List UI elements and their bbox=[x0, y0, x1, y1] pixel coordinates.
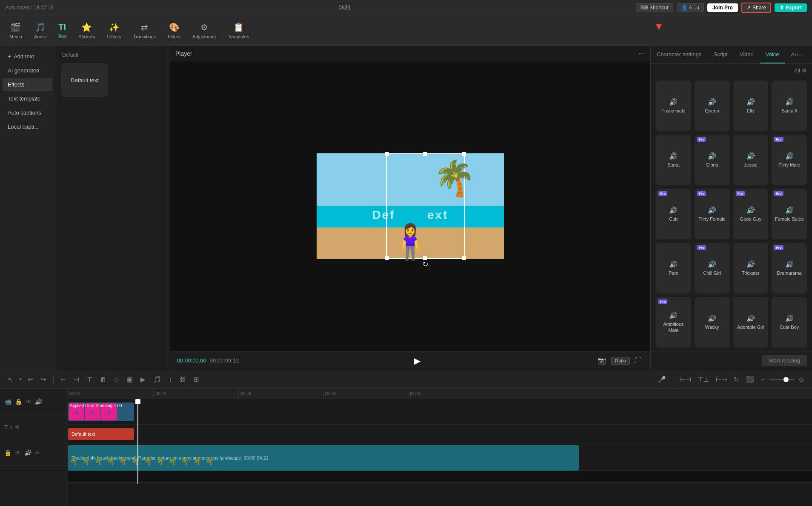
redo-button[interactable]: ↪ bbox=[38, 374, 49, 385]
local-captions-button[interactable]: Local capti... bbox=[3, 120, 52, 133]
voice-card-dramarama[interactable]: Pro🔊Dramarama bbox=[772, 243, 807, 293]
toolbar-templates[interactable]: 📋 Templates bbox=[222, 20, 255, 42]
zoom-out-button[interactable]: − bbox=[758, 374, 767, 385]
voice-card-ambitious-male[interactable]: Pro🔊Ambitious Male bbox=[656, 297, 691, 348]
bg-clip[interactable]: Thailand 4k beach background. Paradise n… bbox=[68, 445, 579, 471]
split-right-button[interactable]: ⊤ bbox=[84, 374, 95, 385]
tab-au[interactable]: Au... bbox=[785, 46, 809, 63]
fit-left-button[interactable]: ⊢⊣ bbox=[678, 374, 694, 385]
tab-character-settings[interactable]: Character settings bbox=[651, 46, 708, 63]
video-overlay-text: Def ext bbox=[372, 208, 448, 222]
ruler-mark-0: 00:00 bbox=[68, 389, 80, 399]
voice-card-queen[interactable]: 🔊Queen bbox=[695, 80, 730, 131]
voice-card-chill-girl[interactable]: Pro🔊Chill Girl bbox=[695, 243, 730, 293]
ruler-mark-4: |00:08 bbox=[409, 389, 422, 399]
shortcut-button[interactable]: ⌨ Shortcut bbox=[636, 3, 673, 12]
voice-card-female-sales[interactable]: Pro🔊Female Sales bbox=[772, 189, 807, 239]
voice-card-gloria[interactable]: Pro🔊Gloria bbox=[695, 135, 730, 185]
camera-icon[interactable]: 📹 bbox=[3, 397, 12, 406]
add-text-button[interactable]: + Add text bbox=[3, 49, 52, 63]
toolbar-media[interactable]: 🎬 Media bbox=[3, 20, 28, 42]
split-left-button[interactable]: ⊣ bbox=[71, 374, 82, 385]
arrow-button[interactable]: ↕ bbox=[166, 374, 175, 385]
zoom-reset-button[interactable]: ⊙ bbox=[796, 374, 807, 385]
loop-button[interactable]: ↻ bbox=[731, 374, 742, 385]
right-tools: ⊢⊣ ⊤⊥ ⊢⊣ ↻ ⬛ − ⊙ bbox=[678, 374, 807, 385]
video-clip[interactable]: Applied Dom-Standing 4 00 👗 👗 👗 bbox=[68, 402, 134, 421]
toolbar-filters[interactable]: 🎨 Filters bbox=[162, 20, 186, 42]
screenshot-button[interactable]: 📷 bbox=[596, 355, 608, 366]
voice-card-name-jessie: Jessie bbox=[744, 162, 757, 168]
audio-button[interactable]: 🎵 bbox=[151, 374, 164, 385]
start-reading-button[interactable]: Start reading bbox=[762, 355, 807, 366]
toolbar-effects[interactable]: ✨ Effects bbox=[101, 20, 127, 42]
bg-visibility-button[interactable]: 👁 bbox=[14, 448, 22, 457]
voice-card-flirty-female[interactable]: Pro🔊Flirty Female bbox=[695, 189, 730, 239]
toolbar-stickers[interactable]: ⭐ Stickers bbox=[72, 20, 101, 42]
text-clip[interactable]: Default text bbox=[68, 428, 134, 440]
tab-video[interactable]: Video bbox=[734, 46, 760, 63]
voice-card-cute-boy[interactable]: 🔊Cute Boy bbox=[772, 297, 807, 348]
default-text-card[interactable]: Default text bbox=[61, 63, 108, 97]
playhead[interactable] bbox=[137, 399, 138, 484]
play-button[interactable]: ▶ bbox=[138, 374, 148, 385]
tab-voice[interactable]: Voice bbox=[760, 46, 785, 63]
ai-generated-button[interactable]: AI generated bbox=[3, 64, 52, 77]
split-button[interactable]: ⊢ bbox=[58, 374, 69, 385]
fit-right-button[interactable]: ⊢⊣ bbox=[713, 374, 729, 385]
voice-card-pam[interactable]: 🔊Pam bbox=[656, 243, 691, 293]
voice-card-cub[interactable]: Pro🔊Cub bbox=[656, 189, 691, 239]
text-template-button[interactable]: Text template bbox=[3, 92, 52, 105]
join-pro-button[interactable]: Join Pro bbox=[707, 3, 738, 12]
visibility-button[interactable]: 👁 bbox=[25, 397, 32, 406]
filter-button[interactable]: All ⚙ bbox=[794, 67, 807, 74]
pro-badge: Pro bbox=[736, 191, 745, 196]
playhead-head[interactable] bbox=[135, 399, 140, 404]
share-button[interactable]: ↗ Share bbox=[741, 3, 771, 13]
bg-edit-button[interactable]: ✏ bbox=[34, 448, 41, 457]
rotate-handle[interactable]: ↻ bbox=[423, 260, 428, 268]
voice-card-santa-ii[interactable]: 🔊Santa II bbox=[772, 80, 807, 131]
export-button[interactable]: ⬆ Export bbox=[775, 3, 807, 12]
voice-card-trickster[interactable]: 🔊Trickster bbox=[733, 243, 769, 293]
toolbar-text[interactable]: TI Text bbox=[52, 20, 72, 41]
keyboard-icon: ⌨ bbox=[640, 5, 648, 11]
voice-card-fussy-male[interactable]: 🔊Fussy male bbox=[656, 80, 691, 131]
voice-card-good-guy[interactable]: Pro🔊Good Guy bbox=[733, 189, 769, 239]
toolbar-transitions[interactable]: ⇄ Transitions bbox=[127, 20, 162, 42]
effects-button[interactable]: Effects bbox=[3, 78, 52, 91]
tab-script[interactable]: Script bbox=[708, 46, 734, 63]
pro-badge: Pro bbox=[697, 191, 706, 196]
voice-card-santa[interactable]: 🔊Santa bbox=[656, 135, 691, 185]
fit-button[interactable]: ⊤⊥ bbox=[695, 374, 712, 385]
marker-button[interactable]: ◇ bbox=[112, 374, 122, 385]
auto-captions-button[interactable]: Auto captions bbox=[3, 106, 52, 119]
split-track-button[interactable]: ⬛ bbox=[743, 374, 757, 385]
thumbnail-button[interactable]: ⊞ bbox=[191, 374, 202, 385]
text-visibility-button[interactable]: 👁 bbox=[14, 423, 21, 431]
account-button[interactable]: 👤 A...u bbox=[677, 3, 704, 12]
bg-lock-button[interactable]: 🔒 bbox=[3, 448, 12, 457]
delete-button[interactable]: 🗑 bbox=[97, 374, 109, 385]
crop-button[interactable]: ▣ bbox=[124, 374, 135, 385]
bg-audio-button[interactable]: 🔊 bbox=[23, 448, 32, 457]
voice-card-adorable-girl[interactable]: 🔊Adorable Girl bbox=[733, 297, 769, 348]
voice-card-wacky[interactable]: 🔊Wacky bbox=[695, 297, 730, 348]
voice-card-jessie[interactable]: 🔊Jessie bbox=[733, 135, 769, 185]
fullscreen-button[interactable]: ⛶ bbox=[633, 355, 643, 366]
toolbar-adjustment[interactable]: ⚙ Adjustment bbox=[186, 20, 222, 42]
play-button[interactable]: ▶ bbox=[414, 356, 420, 366]
mic-button[interactable]: 🎤 bbox=[655, 374, 669, 385]
link-button[interactable]: ⛓ bbox=[177, 374, 189, 385]
audio-ctrl-button[interactable]: 🔊 bbox=[34, 397, 43, 406]
voice-card-flirty-male[interactable]: Pro🔊Flirty Male bbox=[772, 135, 807, 185]
player-menu-button[interactable]: ⋯ bbox=[638, 49, 645, 58]
undo-button[interactable]: ↩ bbox=[25, 374, 36, 385]
select-tool[interactable]: ↖ bbox=[5, 374, 16, 385]
lock-button[interactable]: 🔒 bbox=[14, 397, 23, 406]
player-canvas: 🌴 🧍‍♀️ Def ext ↻ bbox=[170, 61, 650, 351]
toolbar-audio[interactable]: 🎵 Audio bbox=[28, 20, 52, 42]
voice-card-elfy[interactable]: 🔊Elfy bbox=[733, 80, 769, 131]
ratio-button[interactable]: Ratio bbox=[611, 357, 630, 365]
zoom-slider[interactable] bbox=[769, 379, 795, 380]
